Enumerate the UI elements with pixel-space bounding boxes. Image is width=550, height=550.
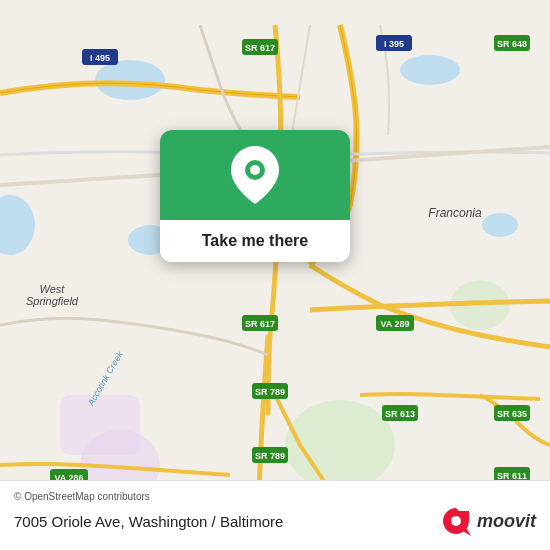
svg-text:SR 789: SR 789 [255,387,285,397]
info-bar: © OpenStreetMap contributors 7005 Oriole… [0,480,550,550]
map-container: I 495 SR 617 I 395 SR 648 SR 617 VA 289 … [0,0,550,550]
svg-point-39 [451,516,461,526]
svg-point-38 [250,165,260,175]
svg-point-2 [482,213,518,237]
svg-text:SR 617: SR 617 [245,43,275,53]
svg-text:I 495: I 495 [90,53,110,63]
location-name: 7005 Oriole Ave, Washington / Baltimore [14,513,283,530]
svg-rect-7 [60,395,140,455]
pin-icon [231,146,279,204]
svg-text:SR 635: SR 635 [497,409,527,419]
svg-point-1 [400,55,460,85]
map-roads: I 495 SR 617 I 395 SR 648 SR 617 VA 289 … [0,0,550,550]
svg-text:West: West [40,283,66,295]
svg-text:I 395: I 395 [384,39,404,49]
svg-text:SR 613: SR 613 [385,409,415,419]
moovit-logo: moovit [441,506,536,536]
svg-point-0 [95,60,165,100]
svg-text:SR 617: SR 617 [245,319,275,329]
tooltip-card[interactable]: Take me there [160,130,350,262]
svg-text:SR 789: SR 789 [255,451,285,461]
moovit-icon [441,506,471,536]
attribution-text: © OpenStreetMap contributors [14,491,536,502]
svg-text:Franconia: Franconia [428,206,482,220]
moovit-text: moovit [477,511,536,532]
svg-text:VA 289: VA 289 [380,319,409,329]
svg-text:Springfield: Springfield [26,295,79,307]
svg-point-3 [0,195,35,255]
tooltip-icon-area [160,130,350,220]
take-me-there-button[interactable]: Take me there [160,220,350,262]
svg-text:SR 648: SR 648 [497,39,527,49]
